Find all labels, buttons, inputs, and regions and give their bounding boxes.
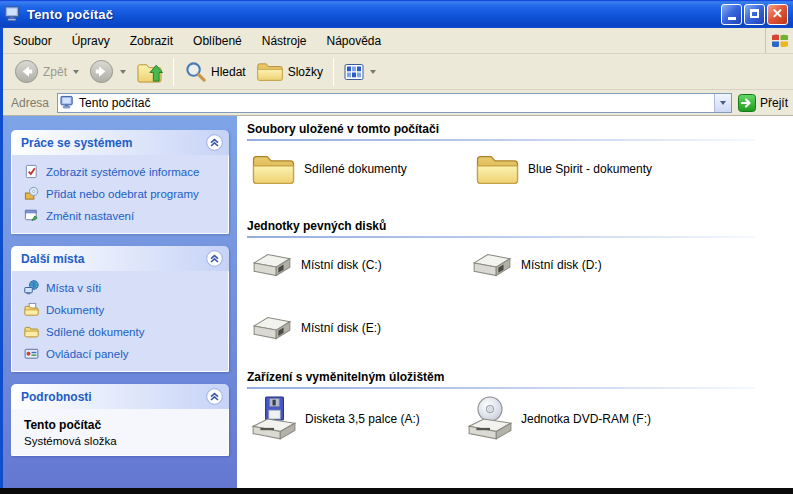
section-rule (247, 387, 755, 389)
sidebar-item-control-panel[interactable]: Ovládací panely (24, 346, 220, 361)
maximize-button[interactable] (744, 4, 765, 25)
chevron-up-icon[interactable] (206, 388, 223, 405)
item-local-disk-c[interactable]: Místní disk (C:) (251, 249, 382, 281)
panel-system-tasks: Práce se systémem Zobrazit systémové inf… (11, 130, 229, 234)
green-go-arrow-icon (738, 94, 756, 112)
item-dvd-ram-f[interactable]: Jednotka DVD-RAM (F:) (467, 396, 651, 442)
address-dropdown-button[interactable] (714, 94, 731, 112)
chevron-down-icon (720, 101, 726, 105)
back-label: Zpět (43, 65, 67, 79)
item-shared-documents[interactable]: Sdílené dokumenty (251, 150, 407, 188)
maximize-icon (750, 9, 759, 18)
menu-napoveda[interactable]: Nápověda (316, 29, 391, 53)
address-label: Adresa (11, 96, 49, 110)
close-button[interactable]: ✕ (767, 4, 788, 25)
up-folder-icon (136, 59, 163, 84)
views-grid-icon (344, 62, 364, 82)
item-label: Disketa 3,5 palce (A:) (305, 412, 420, 426)
sidebar-item-shared-documents[interactable]: Sdílené dokumenty (24, 324, 220, 339)
floppy-drive-icon (251, 396, 297, 442)
folders-button[interactable]: Složky (251, 56, 328, 88)
windows-logo-icon (770, 31, 790, 51)
panel-other-places: Další místa Místa v síti Dokumenty Sdíle… (11, 246, 229, 372)
search-button[interactable]: Hledat (179, 56, 251, 88)
panel-title: Práce se systémem (21, 136, 132, 150)
change-settings-icon (24, 208, 39, 223)
sidebar-item-documents[interactable]: Dokumenty (24, 302, 220, 317)
item-label: Místní disk (C:) (301, 258, 382, 272)
address-input[interactable]: Tento počítač (57, 93, 732, 113)
go-button[interactable]: Přejít (738, 94, 790, 112)
item-label: Blue Spirit - dokumenty (528, 162, 652, 176)
section-title: Jednotky pevných disků (247, 219, 755, 233)
toolbar: Zpět Hledat Složky (3, 54, 793, 90)
folder-icon (475, 150, 520, 188)
folder-icon (256, 60, 284, 83)
sidebar-item-system-info[interactable]: Zobrazit systémové informace (24, 164, 220, 179)
item-blue-spirit-documents[interactable]: Blue Spirit - dokumenty (475, 150, 652, 188)
forward-arrow-icon (89, 59, 114, 84)
control-panel-icon (24, 346, 39, 361)
close-icon: ✕ (772, 6, 783, 21)
sidebar-item-network-places[interactable]: Místa v síti (24, 280, 220, 295)
menu-soubor[interactable]: Soubor (3, 29, 62, 53)
item-local-disk-e[interactable]: Místní disk (E:) (251, 312, 381, 344)
sidebar-item-label: Změnit nastavení (46, 210, 134, 222)
minimize-button[interactable] (721, 4, 742, 25)
item-floppy-a[interactable]: Disketa 3,5 palce (A:) (251, 396, 420, 442)
file-list-area: Soubory uložené v tomto počítači Sdílené… (237, 116, 793, 488)
address-bar: Adresa Tento počítač Přejít (3, 90, 793, 116)
sidebar-item-label: Dokumenty (46, 304, 104, 316)
panel-details-header[interactable]: Podrobnosti (11, 384, 229, 409)
sidebar-item-change-settings[interactable]: Změnit nastavení (24, 208, 220, 223)
back-button[interactable]: Zpět (9, 56, 84, 88)
documents-folder-icon (24, 302, 39, 317)
forward-dropdown-icon (120, 70, 126, 74)
menu-zobrazit[interactable]: Zobrazit (120, 29, 183, 53)
item-label: Jednotka DVD-RAM (F:) (521, 412, 651, 426)
hard-disk-icon (471, 249, 513, 281)
section-rule (247, 236, 755, 238)
panel-details: Podrobnosti Tento počítač Systémová slož… (11, 384, 229, 456)
views-dropdown-icon (370, 70, 376, 74)
chevron-up-icon[interactable] (206, 134, 223, 151)
views-button[interactable] (339, 56, 381, 88)
item-local-disk-d[interactable]: Místní disk (D:) (471, 249, 602, 281)
search-label: Hledat (211, 65, 246, 79)
menu-oblibene[interactable]: Oblíbené (183, 29, 252, 53)
sidebar-item-label: Místa v síti (46, 282, 101, 294)
panel-system-tasks-header[interactable]: Práce se systémem (11, 130, 229, 155)
sidebar-item-add-remove-programs[interactable]: Přidat nebo odebrat programy (24, 186, 220, 201)
panel-title: Podrobnosti (21, 390, 92, 404)
up-button[interactable] (131, 56, 168, 88)
menu-upravy[interactable]: Úpravy (62, 29, 120, 53)
address-value: Tento počítač (79, 96, 714, 110)
section-title: Zařízení s vyměnitelným úložištěm (247, 370, 755, 384)
folders-label: Složky (288, 65, 323, 79)
shared-documents-folder-icon (24, 324, 39, 339)
panel-other-places-header[interactable]: Další místa (11, 246, 229, 271)
toolbar-separator (173, 58, 174, 86)
menu-nastroje[interactable]: Nástroje (252, 29, 317, 53)
chevron-up-icon[interactable] (206, 250, 223, 267)
search-icon (184, 60, 207, 83)
panel-title: Další místa (21, 252, 84, 266)
item-label: Místní disk (E:) (301, 321, 381, 335)
add-remove-programs-icon (24, 186, 39, 201)
hard-disk-icon (251, 312, 293, 344)
section-title: Soubory uložené v tomto počítači (247, 122, 755, 136)
sidebar-item-label: Zobrazit systémové informace (46, 166, 199, 178)
minimize-icon (728, 17, 736, 20)
sidebar-item-label: Ovládací panely (46, 348, 128, 360)
hard-disk-icon (251, 249, 293, 281)
network-places-icon (24, 280, 39, 295)
section-header-files: Soubory uložené v tomto počítači (247, 122, 755, 141)
details-item-name: Tento počítač (24, 418, 220, 432)
toolbar-separator (333, 58, 334, 86)
window-title: Tento počítač (27, 7, 113, 22)
forward-button[interactable] (84, 56, 131, 88)
title-bar[interactable]: Tento počítač ✕ (0, 0, 793, 28)
screen-edge (0, 488, 793, 494)
menu-bar: Soubor Úpravy Zobrazit Oblíbené Nástroje… (3, 28, 793, 54)
system-info-icon (24, 164, 39, 179)
